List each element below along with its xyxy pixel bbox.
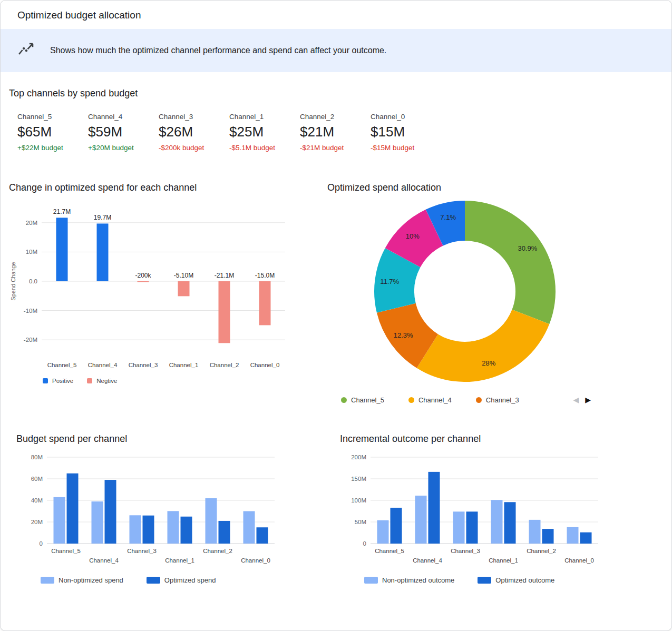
legend-swatch: [408, 397, 414, 403]
channel-name: Channel_5: [17, 113, 88, 121]
channel-card-channel-2: Channel_2$21M-$21M budget: [300, 113, 371, 152]
legend-swatch: [43, 378, 48, 383]
svg-text:Channel_0: Channel_0: [564, 557, 594, 564]
svg-text:Spend Change: Spend Change: [10, 262, 16, 300]
svg-text:-21.1M: -21.1M: [215, 272, 234, 279]
svg-text:100M: 100M: [351, 497, 366, 504]
spend-change-chart: Change in optimized spend for each chann…: [1, 182, 319, 404]
donut-legend-row: Channel_5Channel_4Channel_3 ◀ ▶: [341, 396, 591, 404]
legend-label: Positive: [52, 378, 73, 384]
donut-legend-pager: ◀ ▶: [573, 396, 591, 404]
legend-item-channel-5: Channel_5: [341, 396, 384, 404]
svg-text:Channel_4: Channel_4: [88, 362, 118, 368]
svg-text:60M: 60M: [31, 476, 43, 482]
channel-budget-delta: +$22M budget: [17, 144, 88, 152]
incremental-outcome-legend: Non-optimized outcomeOptimized outcome: [364, 576, 671, 584]
channel-amount: $21M: [300, 124, 371, 140]
svg-text:10%: 10%: [406, 232, 420, 240]
svg-text:Channel_5: Channel_5: [47, 362, 77, 368]
incremental-outcome-chart-title: Incremental outcome per channel: [340, 433, 671, 445]
spend-change-bars-svg: 20M10M0.0-10M-20M21.7MChannel_519.7MChan…: [9, 194, 294, 372]
svg-text:200M: 200M: [351, 454, 366, 460]
channel-name: Channel_4: [88, 113, 159, 121]
channel-card-channel-4: Channel_4$59M+$20M budget: [88, 113, 159, 152]
legend-swatch: [364, 577, 378, 584]
legend-swatch: [341, 397, 347, 403]
channel-amount: $65M: [17, 124, 88, 140]
svg-text:Channel_0: Channel_0: [241, 557, 270, 564]
channel-card-channel-1: Channel_1$25M-$5.1M budget: [229, 113, 300, 152]
legend-swatch: [87, 378, 92, 383]
svg-text:10M: 10M: [26, 249, 37, 255]
legend-label: Channel_5: [351, 396, 384, 404]
svg-text:-15.0M: -15.0M: [255, 272, 275, 279]
budget-spend-chart: Budget spend per channel 80M60M40M20M0Ch…: [1, 433, 319, 584]
svg-text:50M: 50M: [355, 519, 366, 525]
incremental-outcome-bars-svg: 200M150M100M50M0Channel_5Channel_4Channe…: [340, 450, 614, 572]
svg-text:Channel_1: Channel_1: [165, 557, 194, 564]
channel-amount: $59M: [88, 124, 159, 140]
top-channels-section: Top channels by spend budget Channel_5$6…: [1, 88, 671, 152]
svg-text:Channel_5: Channel_5: [51, 548, 81, 554]
svg-text:20M: 20M: [26, 220, 37, 226]
legend-item-optimized-spend: Optimized spend: [147, 576, 216, 584]
optimized-budget-allocation-panel: Optimized budget allocation Shows how mu…: [0, 0, 672, 631]
legend-item-channel-4: Channel_4: [408, 396, 452, 404]
banner-text: Shows how much the optimized channel per…: [50, 46, 386, 55]
svg-text:Channel_1: Channel_1: [489, 557, 518, 564]
channel-budget-delta: -$21M budget: [300, 144, 371, 152]
svg-text:7.1%: 7.1%: [440, 213, 456, 221]
legend-item-non-optimized-outcome: Non-optimized outcome: [364, 576, 454, 584]
legend-swatch: [476, 397, 482, 403]
svg-text:0.0: 0.0: [29, 278, 37, 284]
svg-text:Channel_4: Channel_4: [89, 557, 119, 564]
svg-text:80M: 80M: [31, 454, 43, 460]
legend-swatch: [41, 577, 54, 584]
legend-label: Negtive: [96, 378, 117, 384]
svg-text:Channel_2: Channel_2: [527, 548, 556, 554]
info-banner: Shows how much the optimized channel per…: [1, 29, 671, 72]
insights-trend-icon: [17, 42, 36, 60]
budget-spend-legend: Non-optimized spendOptimized spend: [41, 576, 319, 584]
channel-budget-delta: -$200k budget: [159, 144, 229, 152]
donut-legend-next-button[interactable]: ▶: [585, 396, 591, 404]
channel-name: Channel_3: [159, 113, 229, 121]
channel-name: Channel_2: [300, 113, 371, 121]
svg-text:28%: 28%: [482, 359, 495, 367]
svg-text:Channel_2: Channel_2: [203, 548, 232, 554]
channel-card-channel-3: Channel_3$26M-$200k budget: [159, 113, 229, 152]
svg-text:-5.10M: -5.10M: [174, 272, 193, 279]
top-channels-heading: Top channels by spend budget: [9, 88, 663, 99]
svg-text:Channel_3: Channel_3: [129, 362, 158, 368]
incremental-outcome-chart: Incremental outcome per channel 200M150M…: [319, 433, 671, 584]
channel-card-channel-0: Channel_0$15M-$15M budget: [371, 113, 441, 152]
panel-title: Optimized budget allocation: [17, 9, 655, 21]
donut-legend-prev-button[interactable]: ◀: [573, 396, 579, 404]
svg-text:Channel_3: Channel_3: [451, 548, 480, 554]
legend-label: Channel_4: [418, 396, 452, 404]
channel-budget-delta: +$20M budget: [88, 144, 159, 152]
svg-text:Channel_5: Channel_5: [375, 548, 404, 554]
spend-change-legend: PositiveNegtive: [43, 378, 319, 384]
legend-label: Channel_3: [486, 396, 519, 404]
channel-budget-delta: -$5.1M budget: [229, 144, 300, 152]
svg-text:20M: 20M: [31, 519, 43, 525]
top-channels-cards: Channel_5$65M+$22M budgetChannel_4$59M+$…: [9, 113, 663, 152]
legend-swatch: [478, 577, 491, 584]
svg-text:0: 0: [40, 540, 43, 547]
svg-text:Channel_3: Channel_3: [127, 548, 157, 554]
svg-text:Channel_1: Channel_1: [169, 362, 199, 368]
spend-allocation-chart-title: Optimized spend allocation: [327, 182, 671, 193]
legend-item-non-optimized-spend: Non-optimized spend: [41, 576, 123, 584]
channel-budget-delta: -$15M budget: [371, 144, 441, 152]
legend-item-negtive: Negtive: [87, 378, 117, 384]
legend-item-optimized-outcome: Optimized outcome: [478, 576, 554, 584]
channel-card-channel-5: Channel_5$65M+$22M budget: [17, 113, 88, 152]
panel-header: Optimized budget allocation: [1, 1, 671, 29]
channel-amount: $15M: [371, 124, 441, 140]
legend-label: Non-optimized outcome: [382, 576, 454, 584]
channel-name: Channel_1: [229, 113, 300, 121]
svg-text:-10M: -10M: [24, 308, 37, 314]
legend-item-positive: Positive: [43, 378, 73, 384]
donut-legend: Channel_5Channel_4Channel_3: [341, 396, 519, 404]
